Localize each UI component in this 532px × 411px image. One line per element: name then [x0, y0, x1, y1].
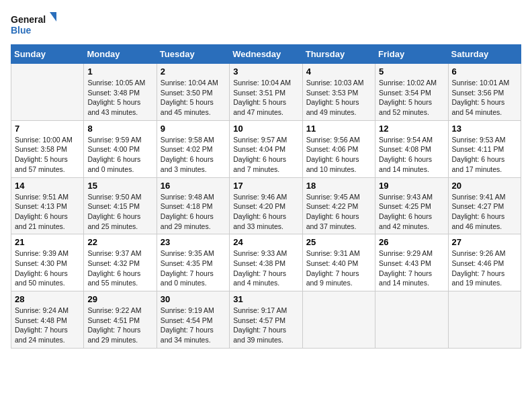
- day-number: 9: [161, 124, 226, 134]
- day-number: 16: [161, 181, 226, 191]
- day-number: 4: [306, 66, 371, 77]
- calendar-cell: 23Sunrise: 9:35 AMSunset: 4:35 PMDayligh…: [157, 234, 229, 291]
- day-info: Sunrise: 9:33 AMSunset: 4:38 PMDaylight:…: [233, 248, 298, 288]
- day-number: 3: [233, 66, 298, 77]
- day-info: Sunrise: 9:54 AMSunset: 4:08 PMDaylight:…: [379, 135, 444, 175]
- calendar-week-row: 14Sunrise: 9:51 AMSunset: 4:13 PMDayligh…: [11, 177, 521, 234]
- calendar-cell: 24Sunrise: 9:33 AMSunset: 4:38 PMDayligh…: [230, 234, 302, 291]
- day-number: 17: [233, 181, 298, 191]
- day-info: Sunrise: 9:24 AMSunset: 4:48 PMDaylight:…: [15, 306, 80, 345]
- weekday-header-row: SundayMondayTuesdayWednesdayThursdayFrid…: [11, 45, 521, 64]
- calendar-cell: 1Sunrise: 10:05 AMSunset: 3:48 PMDayligh…: [84, 64, 157, 121]
- calendar-cell: 2Sunrise: 10:04 AMSunset: 3:50 PMDayligh…: [157, 64, 229, 121]
- calendar-cell: 14Sunrise: 9:51 AMSunset: 4:13 PMDayligh…: [11, 177, 84, 234]
- day-number: 2: [161, 66, 226, 77]
- day-number: 14: [15, 181, 80, 191]
- calendar-week-row: 21Sunrise: 9:39 AMSunset: 4:30 PMDayligh…: [11, 234, 521, 291]
- calendar-cell: 3Sunrise: 10:04 AMSunset: 3:51 PMDayligh…: [230, 64, 302, 121]
- svg-text:Blue: Blue: [11, 25, 32, 36]
- day-number: 7: [15, 124, 80, 134]
- calendar-week-row: 28Sunrise: 9:24 AMSunset: 4:48 PMDayligh…: [11, 291, 521, 349]
- weekday-header-friday: Friday: [375, 45, 448, 64]
- calendar-cell: 21Sunrise: 9:39 AMSunset: 4:30 PMDayligh…: [11, 234, 84, 291]
- day-info: Sunrise: 9:50 AMSunset: 4:15 PMDaylight:…: [87, 192, 152, 232]
- day-number: 13: [452, 124, 517, 134]
- day-number: 25: [306, 237, 371, 247]
- calendar-cell: 27Sunrise: 9:26 AMSunset: 4:46 PMDayligh…: [448, 234, 521, 291]
- calendar-cell: 20Sunrise: 9:41 AMSunset: 4:27 PMDayligh…: [448, 177, 521, 234]
- day-info: Sunrise: 9:29 AMSunset: 4:43 PMDaylight:…: [379, 248, 444, 288]
- day-number: 27: [452, 237, 517, 247]
- day-number: 28: [15, 294, 80, 304]
- day-info: Sunrise: 9:56 AMSunset: 4:06 PMDaylight:…: [306, 135, 371, 175]
- calendar-cell: 9Sunrise: 9:58 AMSunset: 4:02 PMDaylight…: [157, 120, 229, 177]
- day-info: Sunrise: 9:37 AMSunset: 4:32 PMDaylight:…: [87, 248, 152, 288]
- day-info: Sunrise: 9:41 AMSunset: 4:27 PMDaylight:…: [452, 192, 517, 232]
- day-number: 11: [306, 124, 371, 134]
- calendar-cell: 22Sunrise: 9:37 AMSunset: 4:32 PMDayligh…: [84, 234, 157, 291]
- weekday-header-saturday: Saturday: [448, 45, 521, 64]
- day-number: 21: [15, 237, 80, 247]
- day-info: Sunrise: 9:48 AMSunset: 4:18 PMDaylight:…: [161, 192, 226, 232]
- day-info: Sunrise: 9:39 AMSunset: 4:30 PMDaylight:…: [15, 248, 80, 288]
- day-info: Sunrise: 9:17 AMSunset: 4:57 PMDaylight:…: [233, 306, 298, 345]
- calendar-cell: 12Sunrise: 9:54 AMSunset: 4:08 PMDayligh…: [375, 120, 448, 177]
- day-info: Sunrise: 9:46 AMSunset: 4:20 PMDaylight:…: [233, 192, 298, 232]
- weekday-header-wednesday: Wednesday: [230, 45, 302, 64]
- calendar-cell: 8Sunrise: 9:59 AMSunset: 4:00 PMDaylight…: [84, 120, 157, 177]
- calendar-cell: [448, 291, 521, 349]
- calendar-cell: 16Sunrise: 9:48 AMSunset: 4:18 PMDayligh…: [157, 177, 229, 234]
- day-info: Sunrise: 9:43 AMSunset: 4:25 PMDaylight:…: [379, 192, 444, 232]
- calendar-cell: 15Sunrise: 9:50 AMSunset: 4:15 PMDayligh…: [84, 177, 157, 234]
- calendar-cell: [375, 291, 448, 349]
- calendar-cell: 18Sunrise: 9:45 AMSunset: 4:22 PMDayligh…: [302, 177, 375, 234]
- day-number: 24: [233, 237, 298, 247]
- day-number: 20: [452, 181, 517, 191]
- calendar-week-row: 1Sunrise: 10:05 AMSunset: 3:48 PMDayligh…: [11, 64, 521, 121]
- calendar-cell: 17Sunrise: 9:46 AMSunset: 4:20 PMDayligh…: [230, 177, 302, 234]
- calendar-cell: 28Sunrise: 9:24 AMSunset: 4:48 PMDayligh…: [11, 291, 84, 349]
- calendar-cell: 7Sunrise: 10:00 AMSunset: 3:58 PMDayligh…: [11, 120, 84, 177]
- calendar-cell: 29Sunrise: 9:22 AMSunset: 4:51 PMDayligh…: [84, 291, 157, 349]
- day-number: 1: [87, 66, 152, 77]
- day-info: Sunrise: 9:19 AMSunset: 4:54 PMDaylight:…: [161, 306, 226, 345]
- day-number: 23: [161, 237, 226, 247]
- calendar-cell: 26Sunrise: 9:29 AMSunset: 4:43 PMDayligh…: [375, 234, 448, 291]
- day-number: 29: [87, 294, 152, 304]
- day-number: 6: [452, 66, 517, 77]
- calendar-cell: 5Sunrise: 10:02 AMSunset: 3:54 PMDayligh…: [375, 64, 448, 121]
- calendar-cell: 31Sunrise: 9:17 AMSunset: 4:57 PMDayligh…: [230, 291, 302, 349]
- svg-marker-2: [50, 12, 56, 21]
- day-info: Sunrise: 9:31 AMSunset: 4:40 PMDaylight:…: [306, 248, 371, 288]
- weekday-header-tuesday: Tuesday: [157, 45, 229, 64]
- calendar-cell: 11Sunrise: 9:56 AMSunset: 4:06 PMDayligh…: [302, 120, 375, 177]
- svg-text:General: General: [11, 14, 46, 25]
- calendar-week-row: 7Sunrise: 10:00 AMSunset: 3:58 PMDayligh…: [11, 120, 521, 177]
- page-header: General Blue: [11, 11, 521, 38]
- calendar-cell: 13Sunrise: 9:53 AMSunset: 4:11 PMDayligh…: [448, 120, 521, 177]
- calendar-cell: 25Sunrise: 9:31 AMSunset: 4:40 PMDayligh…: [302, 234, 375, 291]
- logo: General Blue: [11, 11, 58, 38]
- day-info: Sunrise: 10:02 AMSunset: 3:54 PMDaylight…: [379, 78, 444, 118]
- day-info: Sunrise: 10:03 AMSunset: 3:53 PMDaylight…: [306, 78, 371, 118]
- logo-svg: General Blue: [11, 11, 58, 38]
- calendar-cell: [302, 291, 375, 349]
- day-info: Sunrise: 9:45 AMSunset: 4:22 PMDaylight:…: [306, 192, 371, 232]
- calendar-cell: 10Sunrise: 9:57 AMSunset: 4:04 PMDayligh…: [230, 120, 302, 177]
- day-info: Sunrise: 9:35 AMSunset: 4:35 PMDaylight:…: [161, 248, 226, 288]
- day-number: 22: [87, 237, 152, 247]
- day-info: Sunrise: 9:53 AMSunset: 4:11 PMDaylight:…: [452, 135, 517, 175]
- day-info: Sunrise: 9:59 AMSunset: 4:00 PMDaylight:…: [87, 135, 152, 175]
- day-number: 19: [379, 181, 444, 191]
- calendar-cell: 6Sunrise: 10:01 AMSunset: 3:56 PMDayligh…: [448, 64, 521, 121]
- day-info: Sunrise: 10:01 AMSunset: 3:56 PMDaylight…: [452, 78, 517, 118]
- day-info: Sunrise: 10:00 AMSunset: 3:58 PMDaylight…: [15, 135, 80, 175]
- day-number: 15: [87, 181, 152, 191]
- day-info: Sunrise: 9:58 AMSunset: 4:02 PMDaylight:…: [161, 135, 226, 175]
- day-info: Sunrise: 9:22 AMSunset: 4:51 PMDaylight:…: [87, 306, 152, 345]
- day-info: Sunrise: 10:04 AMSunset: 3:50 PMDaylight…: [161, 78, 226, 118]
- day-number: 10: [233, 124, 298, 134]
- calendar-cell: 4Sunrise: 10:03 AMSunset: 3:53 PMDayligh…: [302, 64, 375, 121]
- calendar-cell: 30Sunrise: 9:19 AMSunset: 4:54 PMDayligh…: [157, 291, 229, 349]
- day-number: 8: [87, 124, 152, 134]
